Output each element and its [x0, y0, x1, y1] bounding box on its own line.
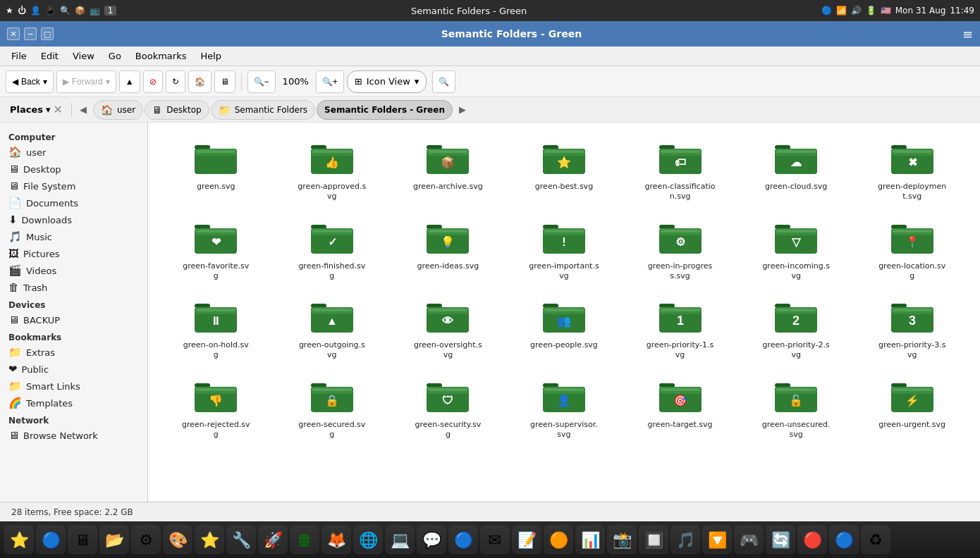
maximize-button[interactable]: □ — [41, 27, 54, 40]
forward-button[interactable]: ▶ Forward ▾ — [56, 70, 116, 93]
minimize-button[interactable]: − — [24, 27, 37, 40]
display-icon[interactable]: 📺 — [90, 6, 100, 16]
file-item[interactable]: ⏸ green-on-hold.svg — [159, 292, 273, 366]
apps-icon[interactable]: 📱 — [45, 6, 56, 16]
menu-file[interactable]: File — [6, 49, 32, 63]
dock-update-icon[interactable]: 🔄 — [766, 525, 795, 554]
sidebar-item-public[interactable]: ❤️Public — [0, 361, 147, 378]
dock-apps-icon[interactable]: 🔵 — [36, 525, 66, 554]
power-icon[interactable]: ⏻ — [18, 6, 26, 16]
dock-paint-icon[interactable]: 🎨 — [163, 525, 192, 554]
up-button[interactable]: ▲ — [119, 70, 140, 93]
search-button[interactable]: 🔍 — [432, 70, 455, 93]
dock-steam-icon[interactable]: 🎮 — [734, 525, 764, 554]
file-item[interactable]: 🔒 green-secured.svg — [276, 372, 389, 446]
sidebar-item-videos[interactable]: 🎬Videos — [0, 262, 147, 279]
file-item[interactable]: 🔓 green-unsecured.svg — [740, 372, 853, 446]
dock-chrome-icon[interactable]: 🌐 — [353, 525, 383, 554]
sidebar-item-user[interactable]: 🏠user — [0, 144, 147, 161]
dock-manager-icon[interactable]: 📂 — [99, 525, 129, 554]
sidebar-item-pictures[interactable]: 🖼Pictures — [0, 245, 147, 262]
file-item[interactable]: 👁 green-oversight.svg — [391, 292, 505, 366]
sidebar-item-templates[interactable]: 🌈Templates — [0, 395, 147, 411]
reload-button[interactable]: ↻ — [166, 70, 185, 93]
file-item[interactable]: 🏷 green-classification.svg — [623, 134, 737, 208]
places-label[interactable]: Places ▾ ✕ — [4, 103, 68, 116]
zoom-in-button[interactable]: 🔍+ — [316, 70, 344, 93]
dock-recycle-icon[interactable]: ♻ — [861, 525, 890, 554]
breadcrumb-prev-button[interactable]: ◀ — [75, 101, 92, 118]
file-item[interactable]: 3 green-priority-3.svg — [855, 292, 969, 366]
file-item[interactable]: 1 green-priority-1.svg — [623, 292, 737, 366]
file-item[interactable]: ⭐ green-best.svg — [508, 134, 621, 208]
places-close-icon[interactable]: ✕ — [54, 103, 63, 116]
star-icon[interactable]: ★ — [6, 6, 13, 16]
dock-trash2-icon[interactable]: 🗑 — [290, 525, 319, 554]
hamburger-button[interactable]: ≡ — [962, 27, 973, 42]
computer-button[interactable]: 🖥 — [214, 70, 235, 93]
dock-word-icon[interactable]: 📝 — [512, 525, 541, 554]
menu-go[interactable]: Go — [103, 49, 127, 63]
file-item[interactable]: ! green-important.svg — [508, 213, 621, 287]
dock-rocket-icon[interactable]: 🚀 — [258, 525, 288, 554]
breadcrumb-semantic-folders[interactable]: 📁 Semantic Folders — [211, 100, 315, 120]
sidebar-item-extras[interactable]: 📁Extras — [0, 344, 147, 361]
dock-files-icon[interactable]: 🖥 — [68, 525, 97, 554]
package-icon[interactable]: 📦 — [75, 6, 85, 16]
file-item[interactable]: 2 green-priority-2.svg — [740, 292, 853, 366]
sidebar-item-desktop[interactable]: 🖥Desktop — [0, 161, 147, 178]
file-item[interactable]: 👍 green-approved.svg — [276, 134, 389, 208]
dock-skype-icon[interactable]: 🔵 — [448, 525, 478, 554]
menu-bookmarks[interactable]: Bookmarks — [130, 49, 192, 63]
sidebar-item-filesystem[interactable]: 🖥File System — [0, 178, 147, 194]
dock-screenshot-icon[interactable]: 📸 — [607, 525, 637, 554]
file-item[interactable]: 🛡 green-security.svg — [391, 372, 505, 446]
dock-settings-icon[interactable]: ⚙ — [131, 525, 161, 554]
dock-star-icon[interactable]: ⭐ — [4, 525, 34, 554]
file-item[interactable]: ✖ green-deployment.svg — [855, 134, 969, 208]
file-item[interactable]: ❤ green-favorite.svg — [159, 213, 273, 287]
sidebar-item-documents[interactable]: 📄Documents — [0, 194, 147, 211]
dock-terminal-icon[interactable]: 💻 — [385, 525, 415, 554]
back-button[interactable]: ◀ Back ▾ — [6, 70, 54, 93]
file-item[interactable]: 📦 green-archive.svg — [391, 134, 505, 208]
user-icon[interactable]: 👤 — [30, 6, 41, 16]
sidebar-item-trash[interactable]: 🗑Trash — [0, 279, 147, 296]
menu-edit[interactable]: Edit — [35, 49, 64, 63]
dock-wps-icon[interactable]: 🟠 — [544, 525, 573, 554]
search-icon[interactable]: 🔍 — [60, 6, 71, 16]
home-button[interactable]: 🏠 — [188, 70, 212, 93]
sidebar-item-browse-network[interactable]: 🖥Browse Network — [0, 427, 147, 444]
sidebar-item-downloads[interactable]: ⬇Downloads — [0, 211, 147, 228]
dock-vlc-icon[interactable]: 🎵 — [670, 525, 700, 554]
file-item[interactable]: ⚙ green-in-progress.svg — [623, 213, 737, 287]
breadcrumb-user[interactable]: 🏠 user — [93, 100, 143, 120]
dock-sheets-icon[interactable]: 📊 — [575, 525, 605, 554]
zoom-out-button[interactable]: 🔍− — [247, 70, 276, 93]
file-item[interactable]: green.svg — [159, 134, 273, 208]
dock-qbt-icon[interactable]: 🔽 — [702, 525, 732, 554]
file-item[interactable]: 👤 green-supervisor.svg — [508, 372, 621, 446]
file-item[interactable]: 👥 green-people.svg — [508, 292, 621, 366]
sidebar-item-music[interactable]: 🎵Music — [0, 228, 147, 245]
stop-button[interactable]: ⊘ — [143, 70, 163, 93]
file-item[interactable]: ▲ green-outgoing.svg — [276, 292, 389, 366]
file-item[interactable]: 📍 green-location.svg — [855, 213, 969, 287]
dock-mail-icon[interactable]: ✉ — [480, 525, 510, 554]
breadcrumb-semantic-folders-green[interactable]: Semantic Folders - Green — [317, 100, 453, 120]
dock-firefox-icon[interactable]: 🦊 — [321, 525, 351, 554]
file-item[interactable]: ▽ green-incoming.svg — [740, 213, 853, 287]
close-button[interactable]: ✕ — [7, 27, 20, 40]
dock-amazon-icon[interactable]: 🔲 — [639, 525, 668, 554]
file-item[interactable]: 🎯 green-target.svg — [623, 372, 737, 446]
dock-star2-icon[interactable]: ⭐ — [195, 525, 224, 554]
file-item[interactable]: 💡 green-ideas.svg — [391, 213, 505, 287]
breadcrumb-next-button[interactable]: ▶ — [454, 101, 471, 118]
dock-teamviewer-icon[interactable]: 🔵 — [829, 525, 859, 554]
sidebar-item-backup[interactable]: 🖥BACKUP — [0, 311, 147, 328]
file-item[interactable]: ☁ green-cloud.svg — [740, 134, 853, 208]
dock-tools-icon[interactable]: 🔧 — [226, 525, 256, 554]
menu-view[interactable]: View — [67, 49, 100, 63]
sidebar-item-smartlinks[interactable]: 📁Smart Links — [0, 378, 147, 395]
dock-viber-icon[interactable]: 💬 — [417, 525, 446, 554]
